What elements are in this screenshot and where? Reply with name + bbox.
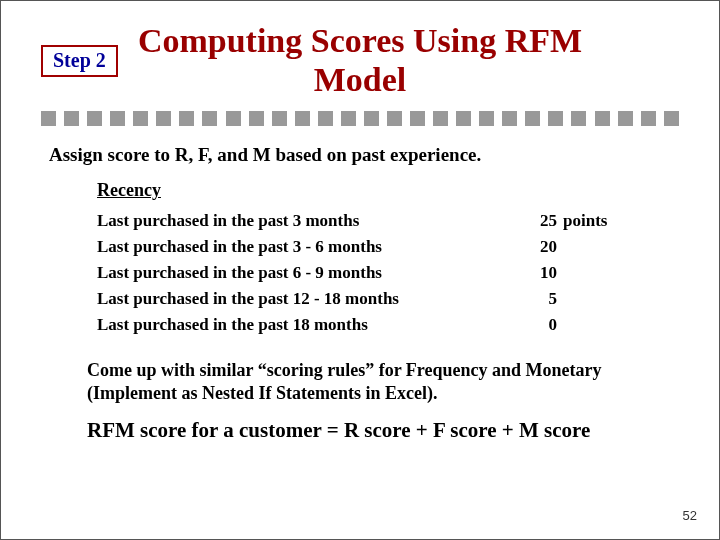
divider-square [410, 111, 425, 126]
divider-square [318, 111, 333, 126]
table-row: Last purchased in the past 3 - 6 months2… [97, 237, 671, 257]
divider-square [179, 111, 194, 126]
divider-square [364, 111, 379, 126]
divider-square [295, 111, 310, 126]
divider-square [664, 111, 679, 126]
divider-square [87, 111, 102, 126]
table-row: Last purchased in the past 3 months25poi… [97, 211, 671, 231]
row-points-suffix [557, 263, 563, 283]
row-points-suffix [557, 237, 563, 257]
table-row: Last purchased in the past 18 months0 [97, 315, 671, 335]
divider-square [479, 111, 494, 126]
row-points-suffix [557, 289, 563, 309]
row-points: 5 [477, 289, 557, 309]
divider-square [249, 111, 264, 126]
row-points: 0 [477, 315, 557, 335]
divider-square [110, 111, 125, 126]
divider-square [226, 111, 241, 126]
row-points: 20 [477, 237, 557, 257]
divider-square [502, 111, 517, 126]
divider-square [548, 111, 563, 126]
table-row: Last purchased in the past 12 - 18 month… [97, 289, 671, 309]
formula-text: RFM score for a customer = R score + F s… [87, 418, 623, 443]
row-desc: Last purchased in the past 6 - 9 months [97, 263, 477, 283]
slide: Step 2 Computing Scores Using RFM Model … [0, 0, 720, 540]
note-text: Come up with similar “scoring rules” for… [87, 359, 623, 404]
divider-square [525, 111, 540, 126]
row-desc: Last purchased in the past 3 months [97, 211, 477, 231]
divider-square [618, 111, 633, 126]
row-desc: Last purchased in the past 12 - 18 month… [97, 289, 477, 309]
row-desc: Last purchased in the past 18 months [97, 315, 477, 335]
divider-square [272, 111, 287, 126]
assign-text: Assign score to R, F, and M based on pas… [49, 144, 671, 166]
divider-square [595, 111, 610, 126]
step-label: Step 2 [53, 49, 106, 71]
divider-squares [1, 107, 719, 126]
divider-square [387, 111, 402, 126]
divider-square [456, 111, 471, 126]
divider-square [156, 111, 171, 126]
divider-square [41, 111, 56, 126]
divider-square [433, 111, 448, 126]
divider-square [133, 111, 148, 126]
divider-square [341, 111, 356, 126]
row-points: 25 [477, 211, 557, 231]
page-number: 52 [683, 508, 697, 523]
divider-square [641, 111, 656, 126]
row-points: 10 [477, 263, 557, 283]
table-row: Last purchased in the past 6 - 9 months1… [97, 263, 671, 283]
row-points-suffix: points [557, 211, 607, 231]
row-points-suffix [557, 315, 563, 335]
recency-heading: Recency [97, 180, 671, 201]
slide-title: Computing Scores Using RFM Model [120, 11, 600, 107]
row-desc: Last purchased in the past 3 - 6 months [97, 237, 477, 257]
divider-square [202, 111, 217, 126]
recency-table: Last purchased in the past 3 months25poi… [97, 211, 671, 335]
divider-square [64, 111, 79, 126]
step-box: Step 2 [41, 45, 118, 77]
slide-header: Step 2 Computing Scores Using RFM Model [1, 1, 719, 107]
divider-square [571, 111, 586, 126]
slide-body: Assign score to R, F, and M based on pas… [1, 126, 719, 443]
